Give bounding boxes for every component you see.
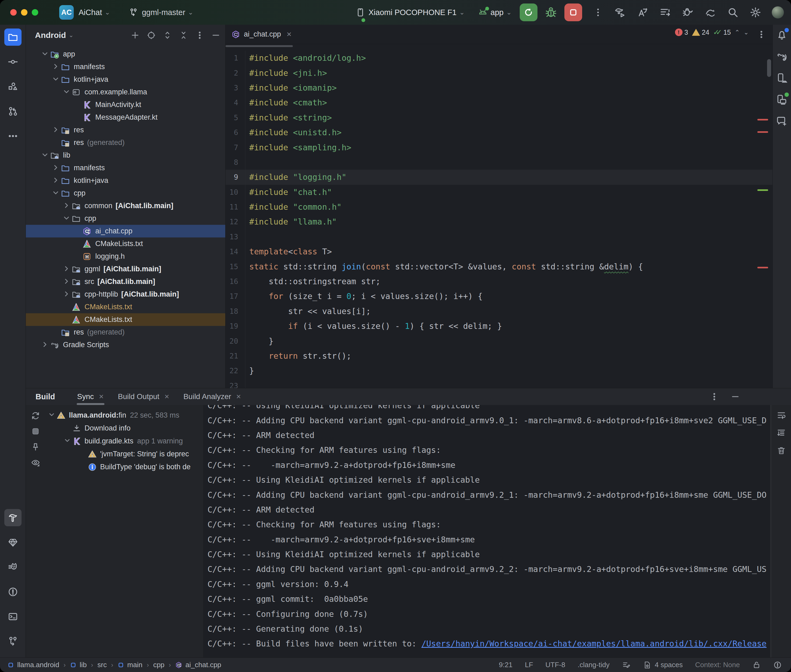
tree-item-logging-h[interactable]: logging.h [26,250,225,263]
editor-scrollbar[interactable] [767,59,771,77]
code-line-6[interactable]: 6#include <unistd.h> [226,125,772,140]
tree-item-cmakelists-txt[interactable]: CMakeLists.txt [26,237,225,250]
tree-item-res[interactable]: res(generated) [26,326,225,339]
chevron-down-icon[interactable] [63,214,72,223]
profiler-icon[interactable] [682,6,693,18]
scroll-to-end-icon[interactable] [777,428,786,438]
project-view-selector[interactable]: Android [35,30,66,40]
tree-item-res[interactable]: res(generated) [26,136,225,149]
tree-item-kotlin-java[interactable]: kotlin+java [26,73,225,86]
build-tool-icon[interactable] [4,509,21,526]
unlock-icon[interactable] [752,661,761,669]
code-line-13[interactable]: 13 [226,229,772,244]
stop-button[interactable] [565,3,582,21]
build-tab-sync[interactable]: Sync✕ [70,388,111,405]
code-line-8[interactable]: 8 [226,155,772,170]
run-button[interactable] [520,3,537,21]
build-tab-build-output[interactable]: Build Output✕ [111,388,176,405]
gemini-chat-icon[interactable] [776,115,788,127]
code-line-21[interactable]: 21 return str.str(); [226,349,772,363]
code-line-7[interactable]: 7#include <sampling.h> [226,140,772,155]
breadcrumb-item-llama-android[interactable]: llama.android [8,661,59,669]
pin-icon[interactable] [30,442,40,452]
chevron-right-icon[interactable] [63,290,72,299]
breadcrumb-item-src[interactable]: src [98,661,107,669]
translate-icon[interactable] [637,6,648,18]
tree-item-cmakelists-txt[interactable]: CMakeLists.txt [26,313,225,326]
breadcrumb-item-main[interactable]: main [118,661,142,669]
context-label[interactable]: Context: None [695,661,740,669]
collapse-all-icon[interactable] [179,30,188,40]
tree-item-res[interactable]: res [26,124,225,136]
error-stripe-mark[interactable] [757,131,768,133]
tree-item-kotlin-java[interactable]: kotlin+java [26,174,225,187]
build-tab-build-analyzer[interactable]: Build Analyzer✕ [176,388,248,405]
tree-item-gradle-scripts[interactable]: Gradle Scripts [26,339,225,351]
chevron-right-icon[interactable] [52,176,61,185]
branch-selector[interactable]: ggml-master ⌄ [129,8,193,17]
tree-item-common[interactable]: common[AiChat.lib.main] [26,200,225,212]
tree-item-lib[interactable]: lib [26,149,225,162]
chevron-right-icon[interactable] [41,341,50,350]
inspection-widget[interactable]: !3 24 ✓✓15 ⌃ ⌄ [675,28,749,37]
code-editor[interactable]: 1#include <android/log.h>2#include <jni.… [226,51,772,388]
device-selector[interactable]: Xiaomi POCOPHONE F1 ⌄ [356,8,465,17]
file-encoding[interactable]: UTF-8 [546,661,565,669]
code-line-1[interactable]: 1#include <android/log.h> [226,51,772,66]
notifications-bell-icon[interactable] [776,29,788,41]
tree-item-src[interactable]: src[AiChat.lib.main] [26,275,225,288]
tree-item-cpp[interactable]: cpp [26,187,225,200]
chevron-right-icon[interactable] [63,277,72,286]
chevron-right-icon[interactable] [52,126,61,135]
tree-item-cmakelists-txt[interactable]: CMakeLists.txt [26,301,225,313]
build-console[interactable]: C/C++: -- Using KleidiAI optimized kerne… [204,405,791,658]
code-line-11[interactable]: 11#include "common.h" [226,200,772,214]
chevron-down-icon[interactable] [63,88,72,97]
code-line-3[interactable]: 3#include <iomanip> [226,80,772,95]
build-tree-item[interactable]: build.gradle.ktsapp 1 warning [45,435,204,448]
code-line-23[interactable]: 23 [226,378,772,388]
tab-scroll-indicator[interactable] [226,45,293,47]
line-ending[interactable]: LF [525,661,533,669]
sync-refresh-icon[interactable] [30,411,40,421]
add-icon[interactable] [130,30,140,40]
chevron-right-icon[interactable] [63,265,72,274]
tree-item-manifests[interactable]: manifests [26,162,225,174]
code-line-2[interactable]: 2#include <jni.h> [226,66,772,80]
code-line-9[interactable]: 9#include "logging.h" [226,170,772,184]
breadcrumb-item-lib[interactable]: lib [70,661,87,669]
build-tree-item[interactable]: 'jvmTarget: String' is deprec [45,448,204,460]
chevron-right-icon[interactable] [52,163,61,173]
code-line-19[interactable]: 19 if (i < values.size() - 1) { str << d… [226,318,772,333]
zoom-window-button[interactable] [32,9,38,16]
problems-icon[interactable] [4,583,21,600]
task-list-icon[interactable] [659,6,671,18]
chevron-right-icon[interactable] [52,62,61,72]
tree-item-ai-chat-cpp[interactable]: ai_chat.cpp [26,225,225,237]
stop-square-icon[interactable] [30,427,40,436]
chevron-down-icon[interactable] [41,50,50,59]
error-indicator-icon[interactable] [773,661,782,669]
tree-item-com-example-llama[interactable]: com.example.llama [26,86,225,98]
more-run-actions-icon[interactable] [593,7,603,18]
console-link[interactable]: /Users/hanyin/Workspace/ai-chat/examples… [422,639,767,648]
change-stripe-mark[interactable] [757,189,768,191]
quality-insights-icon[interactable] [4,534,21,551]
chevron-right-icon[interactable] [63,202,72,211]
build-tree-item[interactable]: llama.android: fin22 sec, 583 ms [45,409,204,422]
terminal-icon[interactable] [4,608,21,625]
code-line-17[interactable]: 17 for (size_t i = 0; i < values.size();… [226,289,772,304]
expand-all-icon[interactable] [163,30,172,40]
search-icon[interactable] [727,6,739,18]
code-line-14[interactable]: 14template<class T> [226,244,772,259]
code-line-16[interactable]: 16 std::ostringstream str; [226,274,772,289]
code-line-10[interactable]: 10#include "chat.h" [226,185,772,200]
vcs-update-icon[interactable] [704,6,716,18]
code-line-5[interactable]: 5#include <string> [226,110,772,125]
tab-ai-chat-cpp[interactable]: ai_chat.cpp ✕ [226,25,299,44]
gradle-icon[interactable] [776,51,788,62]
minimize-window-button[interactable] [21,9,27,16]
indent-setting[interactable]: 4 spaces [643,661,683,669]
chevron-icon[interactable] [48,411,56,419]
prev-problem-icon[interactable]: ⌃ [735,29,740,36]
